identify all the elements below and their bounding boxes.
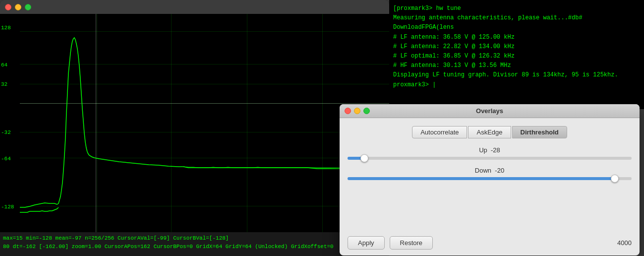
status-line2: 80 dt=-162 [-162.00] zoom=1.00 CursorAPo… xyxy=(3,243,386,251)
terminal-line-5: # LF antenna: 36.58 V @ 125.00 kHz xyxy=(393,33,640,42)
footer-value: 4000 xyxy=(617,239,632,247)
status-bar: max=15 min=-128 mean=-97 n=256/256 Curso… xyxy=(0,232,389,256)
up-slider-label: Up -28 xyxy=(348,146,632,154)
up-slider-thumb[interactable] xyxy=(360,154,368,162)
tab-autocorrelate[interactable]: Autocorrelate xyxy=(412,126,467,138)
dialog-title-bar: Overlays xyxy=(340,104,640,118)
terminal-line-7: # LF optimal: 36.85 V @ 126.32 kHz xyxy=(393,52,640,61)
status-line1: max=15 min=-128 mean=-97 n=256/256 Curso… xyxy=(3,234,386,243)
dialog-minimize-button[interactable] xyxy=(354,108,360,114)
dialog-traffic-lights xyxy=(345,108,370,114)
down-slider-fill xyxy=(348,177,615,180)
terminal-window: [proxmark3> hw tune Measuring antenna ch… xyxy=(389,0,644,109)
down-slider-track[interactable] xyxy=(348,177,632,180)
overlays-dialog: Overlays Autocorrelate AskEdge Dirthresh… xyxy=(340,104,640,256)
dialog-body: Autocorrelate AskEdge Dirthreshold Up -2… xyxy=(340,118,640,195)
main-title-bar xyxy=(0,0,389,14)
down-slider-label: Down -20 xyxy=(348,167,632,174)
main-window: 128 64 32 -32 -64 -128 xyxy=(0,0,389,256)
apply-button[interactable]: Apply xyxy=(348,236,385,250)
restore-button[interactable]: Restore xyxy=(390,236,433,250)
terminal-line-9: Displaying LF tuning graph. Divisor 89 i… xyxy=(393,70,640,80)
maximize-button[interactable] xyxy=(25,4,31,10)
dialog-maximize-button[interactable] xyxy=(363,108,370,114)
waveform-svg xyxy=(0,14,389,232)
tab-dirthreshold[interactable]: Dirthreshold xyxy=(512,126,567,138)
dialog-title: Overlays xyxy=(476,107,503,115)
up-slider-track[interactable] xyxy=(348,157,632,160)
minimize-button[interactable] xyxy=(15,4,21,10)
up-slider-section: Up -28 xyxy=(348,146,632,160)
down-slider-section: Down -20 xyxy=(348,167,632,180)
down-slider-thumb[interactable] xyxy=(611,175,619,183)
tab-group: Autocorrelate AskEdge Dirthreshold xyxy=(348,126,632,138)
close-button[interactable] xyxy=(5,4,11,10)
graph-area: 128 64 32 -32 -64 -128 xyxy=(0,14,389,232)
terminal-line-11: proxmark3> | xyxy=(393,80,640,90)
dialog-close-button[interactable] xyxy=(345,108,351,114)
tab-askedge[interactable]: AskEdge xyxy=(468,126,511,138)
dialog-footer: Apply Restore 4000 xyxy=(348,236,632,250)
terminal-line-3: Measuring antenna characteristics, pleas… xyxy=(393,13,640,32)
terminal-line-6: # LF antenna: 22.82 V @ 134.00 kHz xyxy=(393,42,640,52)
terminal-line-1: [proxmark3> hw tune xyxy=(393,4,640,13)
terminal-line-8: # HF antenna: 30.13 V @ 13.56 MHz xyxy=(393,61,640,70)
footer-buttons: Apply Restore xyxy=(348,236,433,250)
